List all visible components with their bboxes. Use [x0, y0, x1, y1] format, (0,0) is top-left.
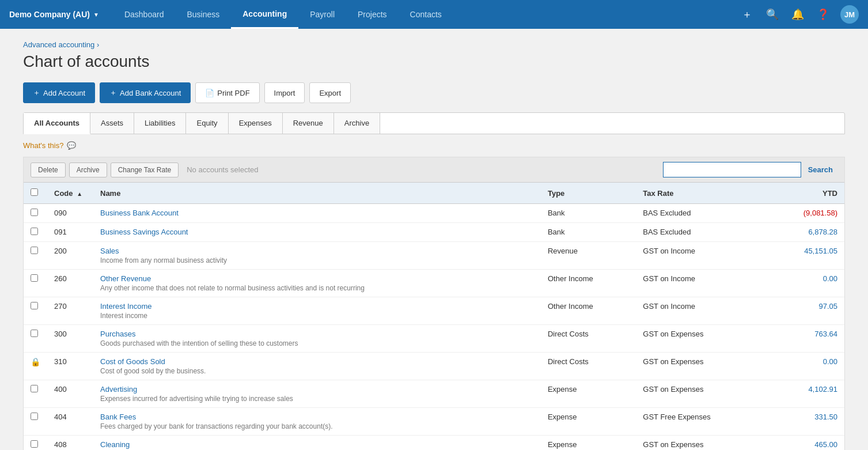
tab-revenue[interactable]: Revenue: [283, 113, 334, 134]
tab-archive[interactable]: Archive: [334, 113, 380, 134]
table-row: 🔒 310 Cost of Goods Sold Cost of good so…: [24, 353, 844, 380]
row-name-cell: Interest Income Interest income: [93, 297, 541, 325]
row-ytd: 4,102.91: [767, 380, 844, 408]
table-row: 200 Sales Income from any normal busines…: [24, 242, 844, 270]
row-checkbox-cell: [24, 204, 47, 223]
search-icon-button[interactable]: 🔍: [764, 6, 780, 22]
row-tax-rate: GST on Income: [636, 297, 767, 325]
no-accounts-selected: No accounts selected: [182, 165, 659, 174]
add-account-button[interactable]: ＋ Add Account: [23, 82, 95, 103]
row-ytd: 331.50: [767, 408, 844, 436]
breadcrumb[interactable]: Advanced accounting ›: [23, 40, 845, 49]
whats-this-link[interactable]: What's this? 💬: [23, 141, 845, 150]
row-type: Bank: [541, 223, 636, 242]
row-code: 091: [47, 223, 93, 242]
table-row: 300 Purchases Goods purchased with the i…: [24, 325, 844, 353]
row-type: Revenue: [541, 242, 636, 270]
account-name-link[interactable]: Other Revenue: [100, 274, 151, 283]
account-description: Expenses incurred for advertising while …: [100, 395, 534, 403]
row-checkbox[interactable]: [31, 330, 38, 337]
delete-button[interactable]: Delete: [31, 162, 66, 177]
nav-item-accounting[interactable]: Accounting: [231, 0, 298, 29]
row-tax-rate: GST on Expenses: [636, 325, 767, 353]
add-icon-button[interactable]: ＋: [739, 6, 755, 22]
notifications-icon-button[interactable]: 🔔: [790, 6, 806, 22]
account-description: Income from any normal business activity: [100, 256, 534, 264]
account-name-link[interactable]: Business Bank Account: [100, 209, 179, 217]
print-pdf-button[interactable]: 📄 Print PDF: [195, 82, 259, 103]
row-checkbox[interactable]: [31, 228, 38, 235]
account-name-link[interactable]: Cost of Goods Sold: [100, 357, 165, 366]
row-checkbox[interactable]: [31, 385, 38, 392]
row-checkbox-cell: [24, 380, 47, 408]
row-checkbox-cell: [24, 270, 47, 297]
nav-item-dashboard[interactable]: Dashboard: [113, 0, 176, 29]
search-area: Search: [663, 162, 837, 177]
table-row: 091 Business Savings Account Bank BAS Ex…: [24, 223, 844, 242]
select-all-checkbox[interactable]: [31, 188, 38, 196]
lock-icon: 🔒: [31, 357, 40, 366]
nav-item-payroll[interactable]: Payroll: [298, 0, 346, 29]
row-tax-rate: GST on Income: [636, 242, 767, 270]
row-code: 404: [47, 408, 93, 436]
account-name-link[interactable]: Interest Income: [100, 302, 152, 311]
row-type: Direct Costs: [541, 353, 636, 380]
row-tax-rate: GST on Expenses: [636, 353, 767, 380]
tab-equity[interactable]: Equity: [186, 113, 228, 134]
search-button[interactable]: Search: [803, 162, 837, 177]
search-input[interactable]: [663, 162, 801, 177]
row-checkbox[interactable]: [31, 247, 38, 254]
row-checkbox[interactable]: [31, 274, 38, 282]
avatar[interactable]: JM: [840, 5, 859, 24]
nav-item-business[interactable]: Business: [175, 0, 231, 29]
add-bank-account-button[interactable]: ＋ Add Bank Account: [100, 82, 191, 103]
account-name-link[interactable]: Business Savings Account: [100, 228, 188, 236]
row-checkbox[interactable]: [31, 440, 38, 448]
account-description: Any other income that does not relate to…: [100, 284, 534, 292]
row-type: Other Income: [541, 297, 636, 325]
tab-assets[interactable]: Assets: [90, 113, 134, 134]
row-code: 200: [47, 242, 93, 270]
row-name-cell: Sales Income from any normal business ac…: [93, 242, 541, 270]
page-content: Advanced accounting › Chart of accounts …: [0, 29, 868, 450]
archive-button[interactable]: Archive: [69, 162, 107, 177]
table-row: 404 Bank Fees Fees charged by your bank …: [24, 408, 844, 436]
header-ytd[interactable]: YTD: [767, 183, 844, 204]
row-type: Bank: [541, 204, 636, 223]
header-name[interactable]: Name: [93, 183, 541, 204]
sort-arrow-icon: ▲: [77, 191, 82, 197]
account-name-link[interactable]: Purchases: [100, 330, 135, 338]
row-ytd: (9,081.58): [767, 204, 844, 223]
change-tax-rate-button[interactable]: Change Tax Rate: [111, 162, 179, 177]
header-type[interactable]: Type: [541, 183, 636, 204]
account-tabs: All Accounts Assets Liabilities Equity E…: [23, 112, 845, 134]
header-code[interactable]: Code ▲: [47, 183, 93, 204]
row-name-cell: Bank Fees Fees charged by your bank for …: [93, 408, 541, 436]
tab-expenses[interactable]: Expenses: [229, 113, 283, 134]
row-type: Expense: [541, 408, 636, 436]
table-toolbar: Delete Archive Change Tax Rate No accoun…: [24, 157, 844, 183]
export-button[interactable]: Export: [309, 82, 351, 103]
row-name-cell: Business Savings Account: [93, 223, 541, 242]
account-name-link[interactable]: Bank Fees: [100, 413, 136, 421]
nav-item-contacts[interactable]: Contacts: [399, 0, 453, 29]
row-ytd: 465.00: [767, 436, 844, 451]
row-ytd: 6,878.28: [767, 223, 844, 242]
nav-item-projects[interactable]: Projects: [346, 0, 399, 29]
import-button[interactable]: Import: [264, 82, 305, 103]
help-icon-button[interactable]: ❓: [815, 6, 831, 22]
breadcrumb-arrow: ›: [97, 40, 99, 49]
account-name-link[interactable]: Cleaning: [100, 440, 130, 449]
accounts-table: Code ▲ Name Type Tax Rate YTD 090 Busine…: [24, 183, 844, 450]
row-checkbox[interactable]: [31, 209, 38, 216]
header-tax-rate[interactable]: Tax Rate: [636, 183, 767, 204]
row-checkbox[interactable]: [31, 413, 38, 420]
row-checkbox[interactable]: [31, 302, 38, 309]
row-tax-rate: GST on Expenses: [636, 380, 767, 408]
company-selector[interactable]: Demo Company (AU) ▼: [9, 10, 99, 19]
row-type: Expense: [541, 436, 636, 451]
tab-all-accounts[interactable]: All Accounts: [24, 113, 90, 134]
account-name-link[interactable]: Sales: [100, 247, 119, 255]
tab-liabilities[interactable]: Liabilities: [134, 113, 186, 134]
account-name-link[interactable]: Advertising: [100, 385, 137, 394]
